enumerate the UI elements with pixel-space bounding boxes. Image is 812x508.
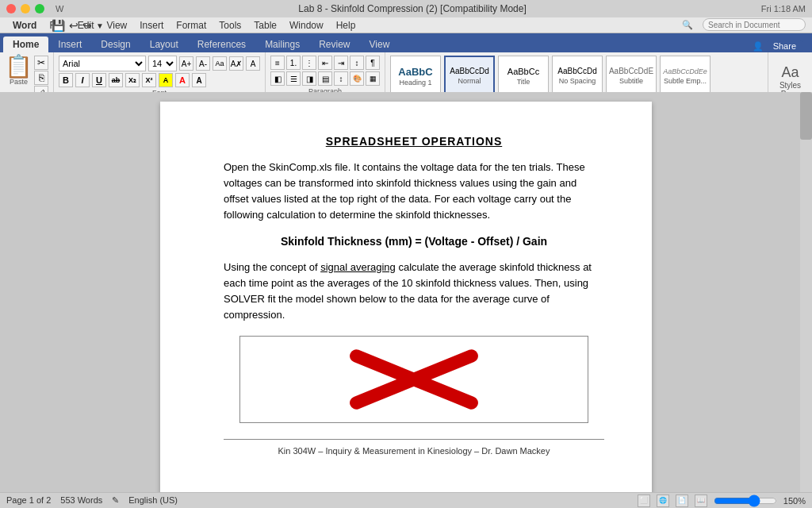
superscript-button[interactable]: X² (142, 73, 156, 87)
increase-indent-button[interactable]: ⇥ (334, 56, 348, 70)
redo-icon[interactable]: ↪ (82, 19, 92, 32)
multilevel-button[interactable]: ⋮ (302, 56, 316, 70)
page-footer: Kin 304W – Inquiry & Measurement in Kine… (224, 439, 604, 458)
align-left-button[interactable]: ◧ (270, 71, 285, 86)
tab-layout[interactable]: Layout (140, 37, 188, 52)
clear-format-button[interactable]: A✗ (229, 56, 243, 71)
menu-bar: Word File Edit View Insert Format Tools … (0, 17, 812, 33)
shrink-font-button[interactable]: A- (196, 56, 210, 71)
share-icon: 👤 (753, 41, 764, 52)
menu-window[interactable]: Window (283, 20, 330, 31)
document-area: SPREADSHEET OPERATIONS Open the SkinComp… (0, 92, 812, 492)
style-nospacing[interactable]: AaBbCcDd No Spacing (552, 56, 603, 97)
zoom-slider[interactable] (714, 496, 777, 506)
change-case-button[interactable]: Aa (213, 56, 227, 71)
center-button[interactable]: ☰ (286, 71, 301, 86)
shading-button[interactable]: 🎨 (350, 71, 364, 86)
undo-icon[interactable]: ↩ (69, 19, 79, 32)
borders-button[interactable]: ▦ (366, 71, 380, 86)
font-family-select[interactable]: Arial (59, 56, 146, 71)
text-effects-button[interactable]: A (246, 56, 260, 71)
tab-view[interactable]: View (360, 37, 400, 52)
app-icon: W (56, 4, 63, 13)
style-heading1-label: Heading 1 (399, 79, 431, 87)
underline-button[interactable]: U (92, 73, 106, 87)
style-nospacing-label: No Spacing (559, 77, 596, 85)
tab-mailings[interactable]: Mailings (255, 37, 309, 52)
menu-insert[interactable]: Insert (133, 20, 170, 31)
copy-button[interactable]: ⎘ (34, 71, 48, 85)
tab-design[interactable]: Design (91, 37, 140, 52)
style-normal[interactable]: AaBbCcDd Normal (444, 56, 495, 97)
search-icon: 🔍 (676, 20, 699, 30)
decrease-indent-button[interactable]: ⇤ (318, 56, 332, 70)
share-button[interactable]: Share (767, 40, 802, 52)
language-indicator: English (US) (128, 495, 178, 506)
section-heading: SPREADSHEET OPERATIONS (224, 133, 604, 150)
customize-icon[interactable]: ▼ (96, 21, 104, 30)
footer-text: Kin 304W – Inquiry & Measurement in Kine… (278, 446, 550, 456)
minimize-button[interactable] (21, 4, 30, 13)
style-title-label: Title (517, 78, 530, 86)
paste-icon[interactable]: 📋 (5, 56, 33, 78)
quick-access-toolbar[interactable]: 💾 ↩ ↪ ▼ (52, 17, 104, 33)
tab-home[interactable]: Home (3, 37, 48, 52)
tab-review[interactable]: Review (309, 37, 359, 52)
style-subtitle[interactable]: AaBbCcDdE Subtitle (606, 56, 657, 97)
menu-table[interactable]: Table (247, 20, 283, 31)
style-gallery: AaBbC Heading 1 AaBbCcDd Normal AaBbCc T… (390, 56, 763, 97)
tab-insert[interactable]: Insert (48, 37, 91, 52)
view-print-button[interactable]: ⬜ (638, 495, 650, 507)
style-nospacing-preview: AaBbCcDd (557, 67, 596, 75)
view-web-button[interactable]: 🌐 (657, 495, 669, 507)
menu-format[interactable]: Format (170, 20, 213, 31)
status-icons: Fri 1:18 AM (761, 4, 806, 13)
cut-button[interactable]: ✂ (34, 56, 48, 70)
italic-button[interactable]: I (75, 73, 90, 87)
ribbon-tabs: Home Insert Design Layout References Mai… (0, 33, 812, 52)
style-normal-preview: AaBbCcDd (450, 67, 488, 75)
style-subtitle-label: Subtitle (619, 77, 643, 85)
show-pilcrow-button[interactable]: ¶ (366, 56, 380, 70)
paragraph-1: Open the SkinComp.xls file. It contains … (224, 160, 604, 224)
tab-references[interactable]: References (188, 37, 255, 52)
edit-icon: ✎ (112, 495, 119, 506)
menu-tools[interactable]: Tools (213, 20, 247, 31)
text-highlight-button[interactable]: A (192, 73, 206, 87)
justify-button[interactable]: ▤ (318, 71, 332, 86)
x-diagram-svg (335, 344, 493, 415)
scroll-thumb[interactable] (800, 92, 812, 140)
style-subtleemph[interactable]: AaBbCcDdEe Subtle Emp... (660, 56, 710, 97)
status-bar-right: ⬜ 🌐 📄 📖 150% (638, 495, 806, 507)
view-outline-button[interactable]: 📄 (676, 495, 688, 507)
menu-help[interactable]: Help (330, 20, 362, 31)
x-diagram-box (239, 336, 588, 423)
view-read-button[interactable]: 📖 (695, 495, 707, 507)
strikethrough-button[interactable]: ab (109, 73, 123, 87)
vertical-scrollbar[interactable] (800, 92, 812, 492)
bold-button[interactable]: B (59, 73, 73, 87)
subscript-button[interactable]: X₂ (125, 73, 140, 87)
bullets-button[interactable]: ≡ (270, 56, 285, 70)
formula-display: Skinfold Thickness (mm) = (Voltage - Off… (224, 233, 604, 250)
font-size-select[interactable]: 14 (148, 56, 177, 71)
highlight-button[interactable]: A (159, 73, 173, 87)
numbering-button[interactable]: 1. (286, 56, 301, 70)
maximize-button[interactable] (35, 4, 44, 13)
menu-view[interactable]: View (100, 20, 133, 31)
align-right-button[interactable]: ◨ (302, 71, 316, 86)
font-color-button[interactable]: A (175, 73, 190, 87)
menu-word[interactable]: Word (6, 20, 43, 31)
line-spacing-button[interactable]: ↕ (334, 71, 348, 86)
page-1-content: SPREADSHEET OPERATIONS Open the SkinComp… (224, 133, 604, 458)
style-title[interactable]: AaBbCc Title (498, 56, 549, 97)
close-button[interactable] (6, 4, 16, 13)
page-count: Page 1 of 2 (6, 495, 51, 506)
grow-font-button[interactable]: A+ (179, 56, 193, 71)
window-controls[interactable]: W (6, 4, 63, 13)
styles-pane-label: Styles (779, 81, 801, 90)
style-heading1[interactable]: AaBbC Heading 1 (390, 56, 441, 97)
save-icon[interactable]: 💾 (52, 19, 65, 32)
sort-button[interactable]: ↕ (350, 56, 364, 70)
search-input[interactable] (703, 18, 806, 31)
